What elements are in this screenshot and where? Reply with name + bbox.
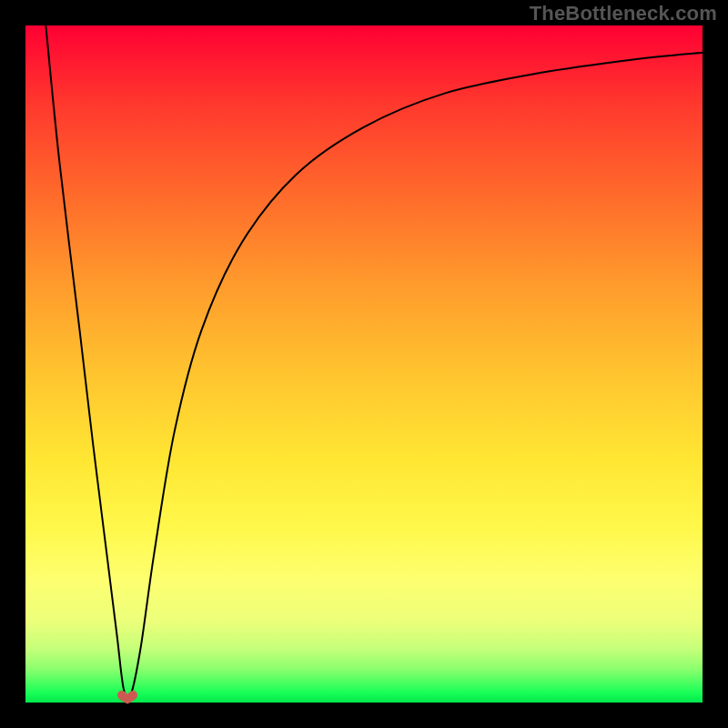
curve-path [46, 25, 703, 699]
watermark-label: TheBottleneck.com [530, 2, 717, 25]
minimum-marker [116, 688, 138, 704]
bottleneck-curve [25, 25, 703, 703]
chart-frame: TheBottleneck.com [0, 0, 728, 728]
plot-area [25, 25, 703, 703]
heart-icon [117, 691, 137, 704]
